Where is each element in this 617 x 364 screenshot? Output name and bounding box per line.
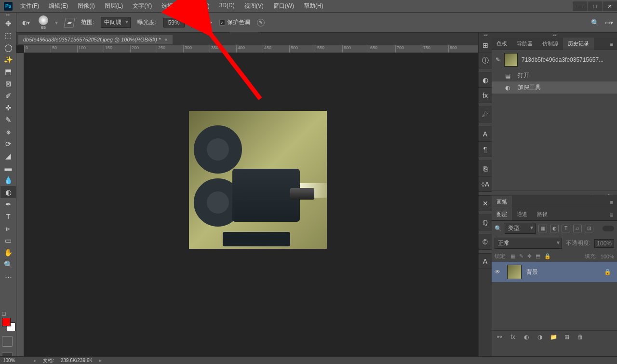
search-icon[interactable]: 🔍 <box>495 225 502 232</box>
lock-icon[interactable]: 🔒 <box>604 269 614 275</box>
libraries-icon[interactable]: ⊞ <box>479 38 492 53</box>
exposure-input[interactable]: 59% <box>163 18 185 27</box>
foreground-color[interactable] <box>2 318 11 326</box>
layer-name[interactable]: 背景 <box>526 268 538 276</box>
close-doc-icon[interactable]: × <box>164 37 167 42</box>
pen-tool[interactable]: ✒ <box>0 198 16 210</box>
character-icon[interactable]: A <box>479 126 492 142</box>
gradient-tool[interactable]: ▬ <box>0 162 16 174</box>
healing-tool[interactable]: ✜ <box>0 102 16 114</box>
filter-type-icon[interactable]: T <box>562 225 570 232</box>
learn-icon[interactable]: ℚ <box>479 215 492 230</box>
adjustments-icon[interactable]: ◐ <box>479 72 492 88</box>
menu-window[interactable]: 窗口(W) <box>269 0 298 12</box>
type-tool[interactable]: T <box>0 210 16 222</box>
tool-preset-picker[interactable]: ◐▾ <box>20 18 32 27</box>
filter-shape-icon[interactable]: ▱ <box>573 225 582 232</box>
document-tab[interactable]: db5fe496da3fe03571565752ff52f.jpeg @ 100… <box>18 35 173 44</box>
brush-dropdown-icon[interactable]: ▾ <box>55 19 58 26</box>
eyedropper-tool[interactable]: ✐ <box>0 90 16 102</box>
brushes-icon[interactable]: ☄ <box>479 107 492 122</box>
close-button[interactable]: × <box>603 1 617 11</box>
tab-swatches[interactable]: 色板 <box>492 38 512 50</box>
menu-help[interactable]: 帮助(H) <box>300 0 327 12</box>
protect-tones-checkbox[interactable]: ✓ 保护色调 <box>219 18 250 27</box>
ruler-horizontal[interactable]: 0 50 100 150 200 250 300 350 400 450 500… <box>24 45 492 53</box>
magic-wand-tool[interactable]: ✨ <box>0 54 16 66</box>
tab-brush[interactable]: 画笔 <box>492 196 512 208</box>
burn-tool[interactable]: ◐ <box>0 186 16 198</box>
menu-3d[interactable]: 3D(D) <box>215 0 239 12</box>
edit-toolbar[interactable]: ⋯ <box>0 270 16 283</box>
tab-channels[interactable]: 通道 <box>512 208 532 220</box>
toolbox-collapse-icon[interactable]: ▸▸ <box>0 13 16 17</box>
zoom-value[interactable]: 100% <box>3 358 27 363</box>
minimize-button[interactable]: — <box>573 1 587 11</box>
panel-menu-icon[interactable]: ≡ <box>606 197 617 208</box>
layer-thumb[interactable] <box>507 265 522 279</box>
tab-paths[interactable]: 路径 <box>532 208 552 220</box>
pressure-opacity-icon[interactable]: ✑ <box>207 19 213 27</box>
brush-panel-toggle[interactable]: ▰ <box>64 18 75 27</box>
move-tool[interactable]: ✥ <box>0 17 16 29</box>
paragraph-icon[interactable]: ¶ <box>479 142 492 157</box>
tab-history[interactable]: 历史记录 <box>563 38 594 50</box>
crop-tool[interactable]: ⬒ <box>0 66 16 78</box>
ruler-vertical[interactable] <box>16 53 24 356</box>
zoom-tool[interactable]: 🔍 <box>0 258 16 270</box>
cc-libs-icon[interactable]: © <box>479 234 492 250</box>
layer-row-background[interactable]: 👁 背景 🔒 <box>492 262 617 282</box>
status-arrow-icon[interactable]: ▸ <box>34 358 36 363</box>
quickmask-toggle[interactable] <box>2 336 13 347</box>
info-icon[interactable]: ⓘ <box>479 53 492 68</box>
tab-layers[interactable]: 图层 <box>492 208 512 220</box>
document-canvas[interactable] <box>189 111 327 249</box>
menu-file[interactable]: 文件(F) <box>16 0 43 12</box>
delete-layer-icon[interactable]: 🗑 <box>576 334 585 340</box>
search-icon[interactable]: 🔍 <box>591 19 599 27</box>
lasso-tool[interactable]: ◯ <box>0 41 16 54</box>
fill-value[interactable]: 100% <box>601 254 614 259</box>
glyphs-icon[interactable]: A <box>479 254 492 269</box>
collapse-panels2-icon[interactable]: ◂◂ <box>492 33 617 38</box>
lock-pos-icon[interactable]: ✥ <box>527 253 532 259</box>
para-styles-icon[interactable]: ⎀A <box>479 176 492 192</box>
tab-navigator[interactable]: 导航器 <box>512 38 537 50</box>
blend-mode-select[interactable]: 正常 <box>495 238 562 249</box>
menu-filter[interactable]: 滤镜(T) <box>187 0 213 12</box>
path-select-tool[interactable]: ▹ <box>0 222 16 234</box>
frame-tool[interactable]: ⊠ <box>0 78 16 90</box>
menu-select[interactable]: 选择(S) <box>158 0 185 12</box>
stamp-tool[interactable]: ⎈ <box>0 126 16 138</box>
fx-icon[interactable]: fx <box>508 334 518 340</box>
workspace-switcher[interactable]: ▭▾ <box>605 19 613 26</box>
tab-clone-source[interactable]: 仿制源 <box>537 38 563 50</box>
filter-smart-icon[interactable]: ⊡ <box>585 225 593 232</box>
swap-colors-icon[interactable] <box>2 312 6 316</box>
menu-edit[interactable]: 编辑(E) <box>45 0 72 12</box>
brush-preset-picker[interactable]: 65 <box>39 15 48 30</box>
shape-tool[interactable]: ▭ <box>0 234 16 246</box>
filter-type-select[interactable]: 类型 <box>505 223 536 234</box>
history-brush-source-icon[interactable]: ✎ <box>496 56 500 63</box>
group-icon[interactable]: 📁 <box>549 334 558 340</box>
history-brush-tool[interactable]: ⟳ <box>0 138 16 150</box>
char-styles-icon[interactable]: ⎘ <box>479 161 492 176</box>
history-snapshot-row[interactable]: ✎ 713db5fe496da3fe035715657... <box>492 50 617 69</box>
collapse-panels-icon[interactable]: ◂◂ <box>479 33 492 38</box>
eraser-tool[interactable]: ◢ <box>0 150 16 162</box>
filter-toggle[interactable] <box>603 226 614 231</box>
lock-artboard-icon[interactable]: ⬒ <box>536 253 540 259</box>
history-item-open[interactable]: ▤ 打开 <box>492 69 617 81</box>
panel-menu-icon[interactable]: ≡ <box>606 210 617 220</box>
styles-icon[interactable]: fx <box>479 88 492 103</box>
lock-paint-icon[interactable]: ✎ <box>519 253 523 259</box>
exposure-dropdown[interactable]: ▾ <box>191 18 200 27</box>
link-layers-icon[interactable]: ⚯ <box>495 334 504 340</box>
lock-all-icon[interactable]: 🔒 <box>544 253 551 259</box>
mask-icon[interactable]: ◐ <box>522 334 531 340</box>
menu-layer[interactable]: 图层(L) <box>101 0 127 12</box>
maximize-button[interactable]: □ <box>588 1 602 11</box>
hand-tool[interactable]: ✋ <box>0 246 16 258</box>
visibility-icon[interactable]: 👁 <box>495 269 502 275</box>
